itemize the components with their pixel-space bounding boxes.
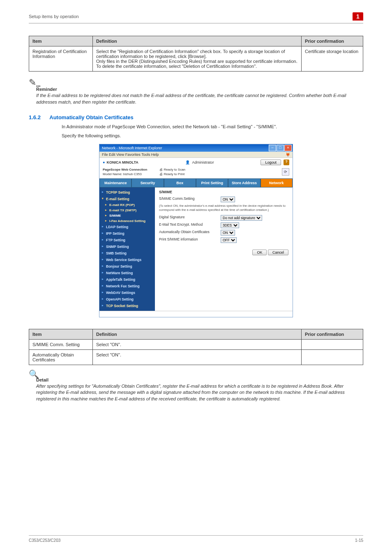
cell-item: Automatically Obtain Certificates xyxy=(29,349,93,365)
ready-print: 🖨 Ready to Print xyxy=(159,172,185,176)
section-number: 1.6.2 xyxy=(29,114,41,120)
section-title: Automatically Obtain Certificates xyxy=(49,114,133,120)
tab-network[interactable]: Network xyxy=(261,178,293,187)
tab-print-setting[interactable]: Print Setting xyxy=(196,178,228,187)
col-definition: Definition xyxy=(93,36,302,46)
connection-label: PageScope Web Connection xyxy=(103,168,147,171)
field-label-encrypt: E-Mail Text Encrypt. Method xyxy=(159,222,221,227)
detail-body: After specifying settings for "Automatic… xyxy=(36,383,363,402)
minimize-icon[interactable]: – xyxy=(269,145,276,151)
sidebar: TCP/IP Setting E-mail Setting E-mail RX … xyxy=(99,187,155,311)
chapter-badge: 1 xyxy=(353,12,363,21)
footer-model: C353/C253/C203 xyxy=(29,538,60,543)
sidebar-item-ipp[interactable]: IPP Setting xyxy=(99,230,155,237)
tab-maintenance[interactable]: Maintenance xyxy=(99,178,131,187)
sidebar-item-bonjour[interactable]: Bonjour Setting xyxy=(99,263,155,270)
maximize-icon[interactable]: □ xyxy=(277,145,284,151)
reminder-body: If the E-mail address to be registered d… xyxy=(36,92,363,105)
col-item: Item xyxy=(29,36,93,46)
select-signature[interactable]: Do not add signature xyxy=(221,215,262,221)
detail-title: Detail xyxy=(36,377,363,382)
footer-page: 1-15 xyxy=(355,538,363,543)
field-label-printsmime: Print S/MIME information xyxy=(159,237,221,241)
field-label-autocert: Automatically Obtain Certificates xyxy=(159,230,221,234)
tab-box[interactable]: Box xyxy=(164,178,196,187)
breadcrumb: Setup items by operation xyxy=(29,14,353,19)
sidebar-item-netware[interactable]: NetWare Setting xyxy=(99,270,155,276)
browser-menu[interactable]: File Edit View Favorites Tools Help xyxy=(102,153,159,157)
cell-prior xyxy=(302,339,363,349)
sidebar-item-webdav[interactable]: WebDAV Settings xyxy=(99,289,155,296)
logout-button[interactable]: Logout xyxy=(261,160,281,165)
section-body2: Specify the following settings. xyxy=(62,133,363,139)
sidebar-item-ldap[interactable]: LDAP Setting xyxy=(99,224,155,230)
sidebar-item-email-rx[interactable]: E-mail RX (POP) xyxy=(99,202,155,208)
cell-prior xyxy=(302,349,363,365)
cell-item: S/MIME Comm. Setting xyxy=(29,339,93,349)
field-label-comm: S/MIME Comm.Setting xyxy=(159,197,221,201)
reminder-title: Reminder xyxy=(36,87,363,92)
scanner-icon: 🖨 xyxy=(159,168,164,171)
select-autocert[interactable]: ON xyxy=(221,230,235,236)
cell-item: Registration of Certification Informatio… xyxy=(29,46,93,72)
window-title: Network - Microsoft Internet Explorer xyxy=(102,146,162,150)
certificate-table: Item Definition Prior confirmation Regis… xyxy=(29,36,363,72)
col-prior: Prior confirmation xyxy=(302,36,363,46)
browser-window: Network - Microsoft Internet Explorer – … xyxy=(99,144,293,317)
table-row: Automatically Obtain Certificates Select… xyxy=(29,349,363,365)
divider xyxy=(29,23,363,23)
form-note: (To select ON, the administrator's e-mai… xyxy=(159,204,288,212)
sidebar-item-ftp[interactable]: FTP Setting xyxy=(99,237,155,243)
sidebar-item-webservice[interactable]: Web Service Settings xyxy=(99,257,155,263)
col-item: Item xyxy=(29,329,93,339)
ie-logo-icon: 🦊 xyxy=(286,153,290,157)
cancel-button[interactable]: Cancel xyxy=(268,250,288,255)
help-icon[interactable]: ? xyxy=(284,160,289,165)
admin-label: Administrator xyxy=(192,160,214,164)
cell-definition: Select "ON". xyxy=(93,339,302,349)
sidebar-item-email[interactable]: E-mail Setting xyxy=(99,196,155,202)
refresh-icon[interactable]: ⟳ xyxy=(282,168,289,176)
sidebar-item-networkfax[interactable]: Network Fax Setting xyxy=(99,283,155,289)
sidebar-item-ifax[interactable]: I-Fax Advanced Setting xyxy=(99,218,155,224)
col-prior: Prior confirmation xyxy=(302,329,363,339)
sidebar-item-smime[interactable]: S/MIME xyxy=(99,213,155,218)
table-row: S/MIME Comm. Setting Select "ON". xyxy=(29,339,363,349)
ok-button[interactable]: OK xyxy=(252,250,267,255)
ready-scan: 🖨 Ready to Scan xyxy=(159,168,185,171)
select-printsmime[interactable]: OFF xyxy=(221,237,237,243)
tab-security[interactable]: Security xyxy=(131,178,164,187)
field-label-signature: Digital Signature xyxy=(159,215,221,219)
cell-prior: Certificate storage location xyxy=(302,46,363,72)
tab-store-address[interactable]: Store Address xyxy=(228,178,260,187)
sidebar-item-smb[interactable]: SMB Setting xyxy=(99,250,155,257)
sidebar-item-tcpip[interactable]: TCP/IP Setting xyxy=(99,189,155,196)
printer-icon: 🖨 xyxy=(159,172,164,176)
col-definition: Definition xyxy=(93,329,302,339)
user-icon: 👤 xyxy=(185,160,190,164)
table-row: Registration of Certification Informatio… xyxy=(29,46,363,72)
sidebar-item-tcpsocket[interactable]: TCP Socket Setting xyxy=(99,303,155,309)
sidebar-item-email-tx[interactable]: E-mail TX (SMTP) xyxy=(99,208,155,213)
select-smime-comm[interactable]: ON xyxy=(221,197,235,202)
model-label: Model Name: bizhub C353 xyxy=(103,172,147,176)
cell-definition: Select the "Registration of Certificatio… xyxy=(93,46,302,72)
settings-table: Item Definition Prior confirmation S/MIM… xyxy=(29,329,363,365)
select-encrypt[interactable]: 3DES xyxy=(221,222,239,228)
main-panel: S/MIME S/MIME Comm.Setting ON (To select… xyxy=(155,187,293,311)
sidebar-item-openapi[interactable]: OpenAPI Setting xyxy=(99,296,155,303)
brand-logo: KONICA MINOLTA xyxy=(103,160,138,164)
section-body: In Administrator mode of PageScope Web C… xyxy=(62,124,363,130)
close-icon[interactable]: × xyxy=(284,145,292,151)
sidebar-item-appletalk[interactable]: AppleTalk Setting xyxy=(99,276,155,283)
cell-definition: Select "ON". xyxy=(93,349,302,365)
sidebar-item-snmp[interactable]: SNMP Setting xyxy=(99,243,155,250)
panel-heading: S/MIME xyxy=(159,190,288,194)
